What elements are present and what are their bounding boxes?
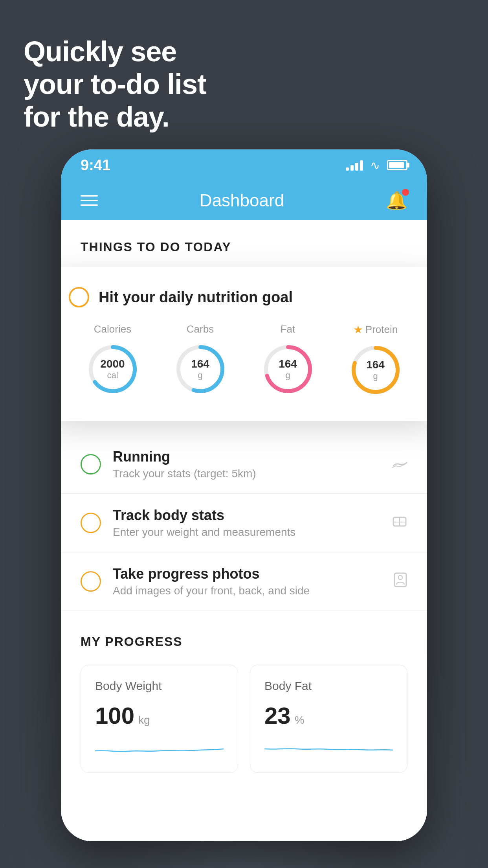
hero-text: Quickly see your to-do list for the day. xyxy=(24,35,206,133)
calories-chart: 2000 cal xyxy=(85,342,140,397)
body-weight-value: 100 xyxy=(95,702,134,729)
fat-label: Fat xyxy=(281,323,295,335)
body-stats-check[interactable] xyxy=(81,513,101,533)
body-weight-card-title: Body Weight xyxy=(95,679,224,693)
body-fat-card[interactable]: Body Fat 23 % xyxy=(250,665,407,773)
scale-icon xyxy=(392,513,407,533)
notifications-button[interactable]: 🔔 xyxy=(386,190,407,211)
protein-unit: g xyxy=(366,371,385,381)
carbs-item: Carbs 164 g xyxy=(173,323,228,397)
carbs-value: 164 xyxy=(191,358,209,370)
notification-badge xyxy=(402,189,409,196)
nutrition-check-circle[interactable] xyxy=(69,287,89,307)
protein-chart: 164 g xyxy=(348,342,403,397)
body-fat-value: 23 xyxy=(264,702,291,729)
photos-subtitle: Add images of your front, back, and side xyxy=(113,585,382,597)
progress-section: MY PROGRESS Body Weight 100 kg xyxy=(61,611,427,793)
protein-label: Protein xyxy=(365,324,398,336)
content-area: THINGS TO DO TODAY Hit your daily nutrit… xyxy=(61,220,427,841)
body-fat-card-title: Body Fat xyxy=(264,679,393,693)
body-fat-sparkline xyxy=(264,737,393,757)
body-stats-subtitle: Enter your weight and measurements xyxy=(113,526,380,539)
things-section-header: THINGS TO DO TODAY xyxy=(61,220,427,266)
svg-point-12 xyxy=(398,576,402,579)
wifi-icon: ∿ xyxy=(370,158,380,172)
status-time: 9:41 xyxy=(81,157,110,174)
signal-icon xyxy=(346,160,363,171)
phone-mockup: 9:41 ∿ Dashboard xyxy=(61,149,427,841)
fat-item: Fat 164 g xyxy=(261,323,316,397)
body-stats-title: Track body stats xyxy=(113,507,380,524)
fat-unit: g xyxy=(279,370,297,381)
nutrition-card: Hit your daily nutrition goal Calories xyxy=(61,267,427,421)
carbs-label: Carbs xyxy=(187,323,214,335)
progress-section-title: MY PROGRESS xyxy=(81,634,407,649)
todo-list: Running Track your stats (target: 5km) xyxy=(61,435,427,611)
status-icons: ∿ xyxy=(346,158,407,172)
body-weight-card[interactable]: Body Weight 100 kg xyxy=(81,665,238,773)
nutrition-circles: Calories 2000 cal xyxy=(69,323,419,397)
todo-item-body-stats[interactable]: Track body stats Enter your weight and m… xyxy=(61,494,427,552)
protein-value: 164 xyxy=(366,359,385,371)
body-fat-unit: % xyxy=(295,714,305,726)
battery-icon xyxy=(387,160,407,170)
carbs-unit: g xyxy=(191,370,209,381)
running-subtitle: Track your stats (target: 5km) xyxy=(113,467,380,480)
nutrition-card-title: Hit your daily nutrition goal xyxy=(99,289,293,306)
running-check[interactable] xyxy=(81,454,101,474)
carbs-chart: 164 g xyxy=(173,342,228,397)
header-title: Dashboard xyxy=(200,191,284,210)
progress-cards: Body Weight 100 kg Body Fat 23 xyxy=(81,665,407,773)
todo-item-running[interactable]: Running Track your stats (target: 5km) xyxy=(61,435,427,494)
body-weight-sparkline xyxy=(95,737,224,757)
calories-unit: cal xyxy=(100,370,125,381)
fat-value: 164 xyxy=(279,358,297,370)
photos-title: Take progress photos xyxy=(113,566,382,582)
person-icon xyxy=(393,572,407,591)
star-icon: ★ xyxy=(353,323,363,336)
status-bar: 9:41 ∿ xyxy=(61,149,427,181)
body-weight-unit: kg xyxy=(138,714,150,726)
running-title: Running xyxy=(113,449,380,465)
calories-item: Calories 2000 cal xyxy=(85,323,140,397)
fat-chart: 164 g xyxy=(261,342,316,397)
photos-check[interactable] xyxy=(81,571,101,592)
calories-value: 2000 xyxy=(100,358,125,370)
app-header: Dashboard 🔔 xyxy=(61,181,427,220)
protein-item: ★ Protein 164 g xyxy=(348,323,403,397)
running-icon xyxy=(392,456,407,473)
menu-button[interactable] xyxy=(81,195,98,206)
todo-item-photos[interactable]: Take progress photos Add images of your … xyxy=(61,552,427,611)
calories-label: Calories xyxy=(94,323,131,335)
